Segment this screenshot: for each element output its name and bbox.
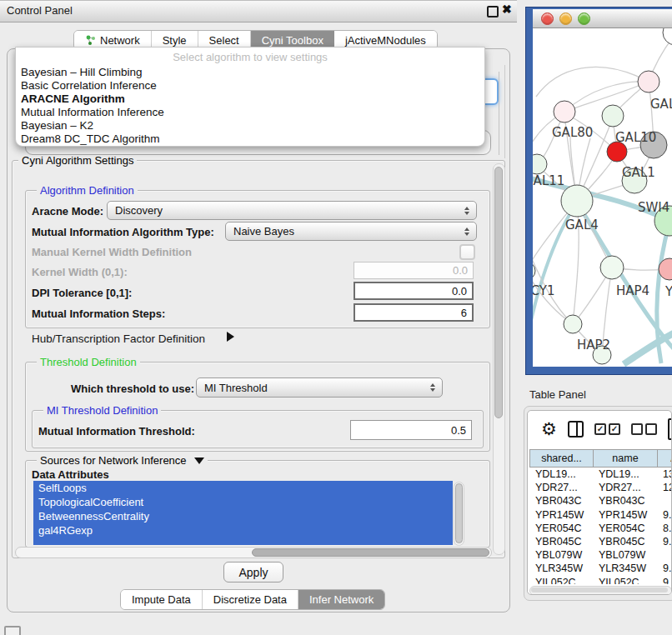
stepper-arrows-icon	[460, 228, 474, 236]
table-row[interactable]: YDR27...YDR27...12	[529, 481, 671, 494]
close-traffic-light-icon[interactable]	[541, 12, 554, 25]
docked-panel-icon[interactable]	[4, 626, 21, 635]
tab-impute-data[interactable]: Impute Data	[121, 590, 203, 609]
data-attribute-option[interactable]: SelfLoops	[33, 481, 453, 495]
network-view-window[interactable]: GALGAL80GAL10GAL1GAL11GAL4SWI4GCY1HAP4YH…	[526, 8, 672, 374]
cyni-settings-group-title: Cyni Algorithm Settings	[18, 154, 137, 167]
sources-title-text: Sources for Network Inference	[40, 454, 187, 467]
settings-vertical-scrollbar-thumb[interactable]	[494, 167, 503, 418]
column-header-name[interactable]: name	[594, 450, 658, 467]
which-threshold-value: MI Threshold	[204, 382, 426, 394]
table-row[interactable]: YBL079WYBL079W	[529, 548, 671, 562]
algorithm-option-bayesian-k2[interactable]: Bayesian – K2	[16, 119, 484, 132]
control-panel-title: Control Panel	[7, 4, 73, 17]
attributes-list-scrollbar[interactable]	[454, 482, 464, 546]
algorithm-select-popup: Select algorithm to view settings Bayesi…	[15, 47, 485, 147]
settings-vertical-scrollbar[interactable]	[493, 163, 505, 555]
network-node-gal80[interactable]	[554, 101, 575, 122]
mi-threshold-definition-title: MI Threshold Definition	[43, 404, 161, 417]
manual-kernel-width-label: Manual Kernel Width Definition	[32, 246, 192, 258]
zoom-traffic-light-icon[interactable]	[578, 12, 590, 25]
algorithm-option-dream8-dc-tdc-algorithm[interactable]: Dream8 DC_TDC Algorithm	[16, 132, 484, 146]
node-label: GCY1	[533, 283, 555, 298]
tab-discretize-data[interactable]: Discretize Data	[203, 590, 298, 609]
table-cell: 13	[657, 468, 671, 480]
table-row[interactable]: YDL19...YDL19...13	[529, 468, 671, 481]
network-node-gal10[interactable]	[602, 105, 624, 127]
network-node-gal11[interactable]	[533, 154, 547, 174]
table-horizontal-scrollbar-thumb[interactable]	[531, 588, 668, 592]
data-attributes-list[interactable]: SelfLoopsTopologicalCoefficientBetweenne…	[33, 481, 453, 545]
settings-horizontal-scrollbar[interactable]	[15, 547, 492, 558]
document-icon[interactable]	[668, 418, 672, 440]
expand-arrow-icon[interactable]	[227, 332, 234, 342]
mi-algorithm-type-label: Mutual Information Algorithm Type:	[32, 226, 214, 238]
which-threshold-select[interactable]: MI Threshold	[196, 378, 443, 398]
table-cell: 12	[657, 482, 671, 493]
table-row[interactable]: YLR345WYLR345W9.	[529, 562, 671, 575]
tab-label: Infer Network	[309, 593, 374, 606]
table-row[interactable]: YBR043CYBR043C	[529, 494, 671, 508]
settings-horizontal-scrollbar-thumb[interactable]	[252, 548, 489, 557]
data-attribute-option[interactable]: gal4RGexp	[33, 523, 453, 538]
node-table: shared...nameA YDL19...YDL19...13YDR27..…	[529, 449, 671, 584]
table-cell: 9	[657, 577, 671, 584]
attributes-list-scrollbar-thumb[interactable]	[455, 483, 463, 543]
mi-steps-field[interactable]: 6	[354, 303, 474, 322]
data-attributes-label: Data Attributes	[32, 468, 109, 481]
dpi-tolerance-field[interactable]: 0.0	[354, 282, 474, 300]
table-cell: YDR27...	[529, 482, 593, 493]
checked-pair-icon[interactable]: ✓✓	[594, 423, 620, 435]
node-label: GAL80	[552, 125, 593, 140]
tab-label: jActiveMNodules	[345, 34, 426, 47]
float-window-button[interactable]	[487, 6, 499, 18]
mutual-information-threshold-field[interactable]: 0.5	[350, 420, 472, 440]
column-header-shared-[interactable]: shared...	[530, 450, 594, 467]
kernel-width-field[interactable]: 0.0	[354, 262, 474, 279]
network-node-gal[interactable]	[638, 71, 659, 92]
table-body: YDL19...YDL19...13YDR27...YDR27...12YBR0…	[529, 468, 671, 584]
table-cell: 9.	[657, 509, 671, 521]
minimize-traffic-light-icon[interactable]	[559, 12, 572, 25]
close-panel-icon[interactable]: ✖	[502, 2, 512, 16]
gear-icon[interactable]: ⚙	[541, 421, 557, 438]
algorithm-option-basic-correlation-inference[interactable]: Basic Correlation Inference	[16, 79, 484, 92]
stepper-arrows-icon	[426, 383, 439, 392]
collapse-arrow-icon[interactable]	[194, 458, 204, 464]
apply-button[interactable]: Apply	[223, 562, 283, 582]
network-edge	[624, 327, 672, 364]
tab-infer-network[interactable]: Infer Network	[298, 590, 384, 609]
algorithm-option-aracne-algorithm[interactable]: ARACNE Algorithm	[16, 92, 484, 106]
node-label: GAL	[650, 97, 672, 112]
network-node-hap2[interactable]	[564, 315, 582, 333]
algorithm-select-placeholder: Select algorithm to view settings	[16, 51, 484, 63]
network-node-hap4[interactable]	[600, 256, 624, 279]
table-cell: YIL052C	[529, 577, 593, 584]
table-cell: YBL079W	[529, 549, 593, 561]
network-window-titlebar	[533, 9, 672, 28]
network-node-gal4[interactable]	[561, 185, 593, 217]
table-row[interactable]: YBR045CYBR045C9.	[529, 535, 671, 548]
network-node[interactable]	[663, 28, 672, 45]
which-threshold-label: Which threshold to use:	[71, 382, 194, 395]
manual-kernel-width-checkbox[interactable]	[459, 244, 475, 260]
columns-icon[interactable]	[568, 421, 584, 438]
column-header-a[interactable]: A	[658, 450, 671, 467]
mi-algorithm-type-select[interactable]: Naive Bayes	[225, 222, 477, 241]
table-row[interactable]: YER054CYER054C8.	[529, 522, 671, 535]
aracne-mode-select[interactable]: Discovery	[107, 201, 477, 220]
algorithm-option-bayesian-hill-climbing[interactable]: Bayesian – Hill Climbing	[16, 66, 484, 79]
table-row[interactable]: YIL052CYIL052C9	[529, 576, 671, 585]
algorithm-option-mutual-information-inference[interactable]: Mutual Information Inference	[16, 106, 484, 119]
table-cell: 9.	[657, 562, 671, 574]
network-canvas[interactable]: GALGAL80GAL10GAL1GAL11GAL4SWI4GCY1HAP4YH…	[533, 28, 672, 368]
data-attribute-option[interactable]: BetweennessCentrality	[33, 509, 453, 523]
table-cell: YBR043C	[529, 495, 593, 507]
obscured-group-border-fragment	[504, 65, 505, 158]
node-label: HAP2	[577, 338, 610, 352]
data-attribute-option[interactable]: TopologicalCoefficient	[33, 495, 453, 509]
tab-label: Discretize Data	[213, 593, 287, 606]
table-row[interactable]: YPR145WYPR145W9.	[529, 508, 671, 522]
unchecked-pair-icon[interactable]	[631, 423, 657, 435]
table-horizontal-scrollbar[interactable]	[529, 586, 672, 595]
